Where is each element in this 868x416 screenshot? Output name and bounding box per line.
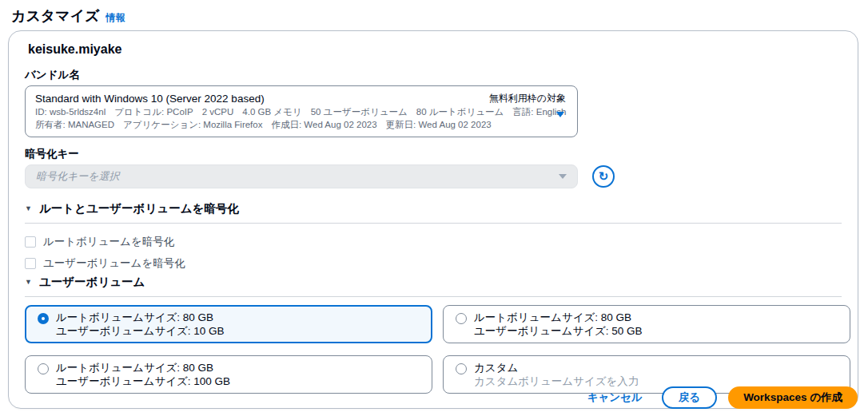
checkbox-encrypt-root-volume[interactable]: ルートボリュームを暗号化 (25, 235, 842, 248)
workspaces-customize-page: カスタマイズ 情報 keisuke.miyake バンドル名 Standard … (0, 0, 868, 416)
bundle-protocol: プロトコル: PCoIP (114, 105, 193, 118)
checkbox-icon (25, 236, 36, 248)
volume-options-grid: ルートボリュームサイズ: 80 GB ユーザーボリュームサイズ: 10 GB ル… (25, 305, 850, 394)
free-tier-badge: 無料利用枠の対象 (489, 92, 566, 105)
radio-unselected-icon (456, 313, 467, 324)
workspace-user-name: keisuke.miyake (28, 42, 842, 57)
volume-option-line1: カスタム (474, 361, 639, 374)
divider (25, 296, 842, 297)
info-link[interactable]: 情報 (106, 11, 125, 25)
encryption-key-placeholder: 暗号化キーを選択 (36, 169, 120, 184)
bundle-user-volume: 50 ユーザーボリューム (311, 105, 408, 118)
volume-option-line2: ユーザーボリュームサイズ: 10 GB (56, 324, 225, 338)
triangle-down-icon: ▼ (25, 205, 32, 212)
bundle-application: アプリケーション: Mozilla Firefox (123, 118, 262, 131)
chevron-down-icon (559, 174, 567, 179)
volume-option-80-100[interactable]: ルートボリュームサイズ: 80 GB ユーザーボリュームサイズ: 100 GB (25, 355, 432, 394)
back-button[interactable]: 戻る (662, 386, 717, 409)
section-encrypt-volumes: ▼ ルートとユーザーボリュームを暗号化 ルートボリュームを暗号化 ユーザーボリュ… (25, 201, 842, 271)
volume-option-80-50[interactable]: ルートボリュームサイズ: 80 GB ユーザーボリュームサイズ: 50 GB (443, 305, 850, 343)
bundle-updated: 更新日: Wed Aug 02 2023 (386, 118, 492, 131)
refresh-button[interactable]: ↻ (592, 165, 615, 188)
bundle-title: Standard with Windows 10 (Server 2022 ba… (35, 92, 489, 105)
bundle-id: ID: wsb-5rldsz4nl (35, 105, 106, 118)
encryption-key-label: 暗号化キー (25, 147, 842, 161)
bundle-created: 作成日: Wed Aug 02 2023 (271, 118, 376, 131)
volume-option-line1: ルートボリュームサイズ: 80 GB (56, 361, 230, 374)
bundle-meta-line2: 所有者: MANAGED アプリケーション: Mozilla Firefox 作… (35, 118, 489, 131)
bundle-memory: 4.0 GB メモリ (242, 105, 301, 118)
refresh-icon: ↻ (599, 170, 609, 182)
radio-unselected-icon (38, 363, 49, 374)
checkbox-icon (25, 258, 36, 269)
bundle-select[interactable]: Standard with Windows 10 (Server 2022 ba… (25, 85, 578, 137)
volume-option-line1: ルートボリュームサイズ: 80 GB (474, 311, 643, 324)
encryption-key-row: 暗号化キーを選択 ↻ (25, 164, 842, 188)
page-header: カスタマイズ 情報 (0, 0, 868, 26)
customize-panel: keisuke.miyake バンドル名 Standard with Windo… (8, 30, 858, 409)
encryption-key-select[interactable]: 暗号化キーを選択 (25, 164, 578, 188)
create-workspaces-button[interactable]: Workspaces の作成 (728, 386, 858, 409)
section-user-volume-header[interactable]: ▼ ユーザーボリューム (25, 275, 842, 290)
volume-option-line2: ユーザーボリュームサイズ: 100 GB (56, 374, 230, 388)
volume-option-line1: ルートボリュームサイズ: 80 GB (56, 311, 225, 324)
footer-actions: キャンセル 戻る Workspaces の作成 (579, 386, 858, 409)
chevron-down-icon (556, 112, 564, 117)
bundle-name-label: バンドル名 (25, 68, 842, 82)
volume-option-80-10[interactable]: ルートボリュームサイズ: 80 GB ユーザーボリュームサイズ: 10 GB (25, 305, 432, 343)
section-encrypt-volumes-title: ルートとユーザーボリュームを暗号化 (39, 201, 239, 216)
section-encrypt-volumes-header[interactable]: ▼ ルートとユーザーボリュームを暗号化 (25, 201, 842, 216)
section-user-volume-title: ユーザーボリューム (39, 275, 145, 290)
bundle-vcpu: 2 vCPU (202, 105, 234, 118)
bundle-meta-line1: ID: wsb-5rldsz4nl プロトコル: PCoIP 2 vCPU 4.… (35, 105, 489, 118)
cancel-button[interactable]: キャンセル (579, 387, 651, 408)
volume-option-line2: ユーザーボリュームサイズ: 50 GB (474, 324, 643, 338)
section-user-volume: ▼ ユーザーボリューム ルートボリュームサイズ: 80 GB ユーザーボリューム… (25, 275, 842, 394)
encrypt-checkbox-group: ルートボリュームを暗号化 ユーザーボリュームを暗号化 (25, 224, 842, 271)
page-title: カスタマイズ (11, 6, 100, 26)
bundle-root-volume: 80 ルートボリューム (416, 105, 504, 118)
triangle-down-icon: ▼ (25, 279, 32, 286)
checkbox-encrypt-user-volume-label: ユーザーボリュームを暗号化 (43, 256, 185, 270)
radio-unselected-icon (456, 363, 467, 374)
radio-selected-icon (38, 313, 49, 324)
bundle-owner: 所有者: MANAGED (35, 118, 114, 131)
checkbox-encrypt-user-volume[interactable]: ユーザーボリュームを暗号化 (25, 256, 842, 270)
checkbox-encrypt-root-volume-label: ルートボリュームを暗号化 (43, 235, 174, 248)
